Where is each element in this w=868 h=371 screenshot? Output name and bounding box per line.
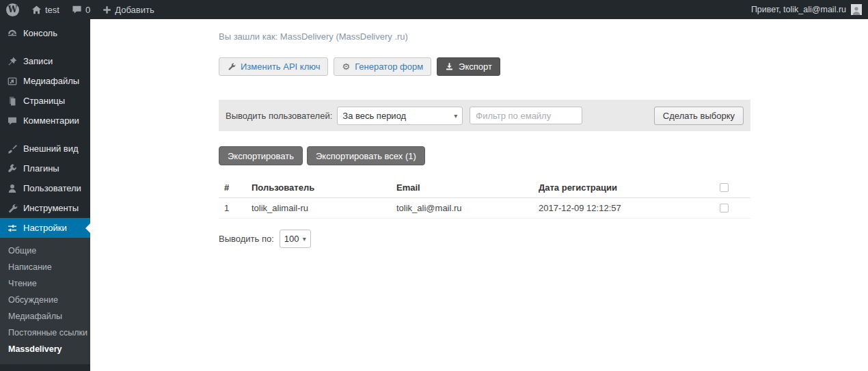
menu-separator — [0, 130, 90, 139]
comments-icon — [6, 115, 18, 126]
submenu-item-massdelivery[interactable]: Massdelivery — [0, 341, 90, 357]
dashboard-icon — [6, 27, 18, 39]
sidebar-item-label: Медиафайлы — [23, 76, 79, 86]
sidebar-item-label: Пользователи — [23, 183, 81, 193]
plugin-icon — [6, 163, 18, 174]
site-name: test — [45, 5, 59, 15]
submenu-item-reading[interactable]: Чтение — [0, 275, 90, 292]
add-new-label: Добавить — [115, 5, 154, 15]
sidebar-item-label: Консоль — [23, 28, 57, 38]
users-table: # Пользователь Email Дата регистрации 1 … — [219, 178, 750, 219]
per-page-control: Выводить по: 100 ▾ — [219, 230, 750, 248]
sidebar-item-plugins[interactable]: Плагины — [0, 159, 90, 178]
logged-in-text: Вы зашли как: MassDelivery (MassDelivery… — [219, 31, 750, 42]
avatar — [851, 4, 862, 15]
sidebar-item-comments[interactable]: Комментарии — [0, 111, 90, 130]
add-new-button[interactable]: Добавить — [96, 0, 160, 19]
cell-date: 2017-12-09 12:12:57 — [539, 203, 715, 213]
make-selection-button[interactable]: Сделать выборку — [654, 107, 744, 125]
api-key-button[interactable]: Изменить API ключ — [219, 57, 328, 76]
admin-menu: Консоль Записи Медиафайлы Страницы — [0, 19, 90, 371]
cell-user: tolik_alimail-ru — [252, 203, 396, 213]
plus-icon — [103, 5, 111, 14]
sidebar-item-dashboard[interactable]: Консоль — [0, 23, 90, 43]
submenu-item-discussion[interactable]: Обсуждение — [0, 292, 90, 308]
submenu-item-permalinks[interactable]: Постоянные ссылки — [0, 325, 90, 341]
plugin-tabs: Изменить API ключ ⚙ Генератор форм Экспо… — [219, 57, 750, 76]
sidebar-item-label: Страницы — [23, 96, 65, 106]
period-select[interactable]: За весь период ▾ — [337, 107, 463, 125]
caret-down-icon: ▾ — [454, 112, 457, 120]
sidebar: Консоль Записи Медиафайлы Страницы — [0, 19, 90, 371]
per-page-label: Выводить по: — [219, 234, 274, 244]
submenu-item-general[interactable]: Общие — [0, 243, 90, 259]
email-filter-input[interactable] — [470, 107, 582, 124]
sidebar-item-posts[interactable]: Записи — [0, 51, 90, 71]
media-icon — [6, 75, 18, 87]
form-generator-label: Генератор форм — [355, 61, 423, 72]
users-icon — [6, 182, 18, 194]
header-number: # — [224, 182, 252, 193]
pin-icon — [6, 55, 18, 67]
filter-label: Выводить пользователей: — [226, 111, 332, 121]
cell-email: tolik_ali@mail.ru — [396, 203, 539, 213]
row-checkbox[interactable] — [720, 204, 729, 212]
gear-icon: ⚙ — [342, 62, 350, 71]
per-page-select[interactable]: 100 ▾ — [280, 230, 311, 248]
settings-icon — [6, 222, 18, 234]
menu-separator — [0, 43, 90, 51]
sidebar-item-settings[interactable]: Настройки — [0, 218, 90, 238]
settings-submenu: Общие Написание Чтение Обсуждение Медиаф… — [0, 238, 90, 364]
export-all-button[interactable]: Экспортировать всех (1) — [307, 146, 425, 165]
comments-count: 0 — [85, 5, 90, 15]
sidebar-item-label: Плагины — [23, 163, 59, 174]
greeting-text: Привет, tolik_ali@mail.ru — [751, 5, 846, 14]
export-actions: Экспортировать Экспортировать всех (1) — [219, 146, 750, 165]
wrench-icon — [6, 202, 18, 214]
submenu-item-writing[interactable]: Написание — [0, 259, 90, 275]
sidebar-item-label: Записи — [23, 56, 53, 66]
export-tab-label: Экспорт — [459, 61, 492, 72]
submenu-item-media[interactable]: Медиафайлы — [0, 308, 90, 325]
main-content: Вы зашли как: MassDelivery (MassDelivery… — [90, 19, 868, 371]
period-select-value: За весь период — [342, 111, 406, 121]
header-email: Email — [396, 182, 539, 193]
filter-bar: Выводить пользователей: За весь период ▾… — [219, 100, 750, 131]
site-home-link[interactable]: test — [25, 0, 66, 19]
brush-icon — [6, 143, 18, 154]
header-user: Пользователь — [252, 182, 396, 193]
export-tab-button[interactable]: Экспорт — [437, 57, 500, 76]
sidebar-item-media[interactable]: Медиафайлы — [0, 71, 90, 91]
select-all-checkbox[interactable] — [720, 183, 729, 192]
admin-bar: W test 0 Добавить Привет, tolik_ali@mail… — [0, 0, 868, 19]
api-key-label: Изменить API ключ — [241, 61, 320, 72]
pages-icon — [6, 95, 18, 107]
home-icon — [31, 5, 42, 15]
download-icon — [445, 62, 454, 71]
wordpress-logo-icon: W — [6, 3, 19, 16]
sidebar-item-tools[interactable]: Инструменты — [0, 198, 90, 218]
table-header-row: # Пользователь Email Дата регистрации — [219, 178, 750, 198]
sidebar-item-appearance[interactable]: Внешний вид — [0, 139, 90, 159]
sidebar-item-users[interactable]: Пользователи — [0, 178, 90, 198]
sidebar-item-label: Настройки — [23, 223, 67, 233]
massdelivery-panel: Вы зашли как: MassDelivery (MassDelivery… — [219, 19, 750, 248]
active-menu-arrow — [85, 223, 90, 233]
export-button[interactable]: Экспортировать — [219, 146, 303, 165]
wrench-icon — [227, 62, 236, 71]
wordpress-menu-button[interactable]: W — [0, 0, 25, 19]
sidebar-item-label: Внешний вид — [23, 143, 79, 154]
admin-bar-account[interactable]: Привет, tolik_ali@mail.ru — [751, 4, 868, 15]
sidebar-item-label: Инструменты — [23, 203, 79, 213]
sidebar-item-label: Комментарии — [23, 115, 79, 126]
sidebar-item-pages[interactable]: Страницы — [0, 91, 90, 111]
table-row: 1 tolik_alimail-ru tolik_ali@mail.ru 201… — [219, 198, 750, 219]
cell-number: 1 — [224, 203, 252, 213]
comments-indicator[interactable]: 0 — [66, 0, 96, 19]
header-date: Дата регистрации — [539, 182, 715, 193]
per-page-value: 100 — [284, 234, 299, 244]
caret-down-icon: ▾ — [303, 235, 306, 243]
form-generator-button[interactable]: ⚙ Генератор форм — [334, 57, 431, 76]
comment-icon — [72, 5, 82, 14]
collapse-menu-button[interactable]: Свернуть меню — [0, 366, 90, 371]
